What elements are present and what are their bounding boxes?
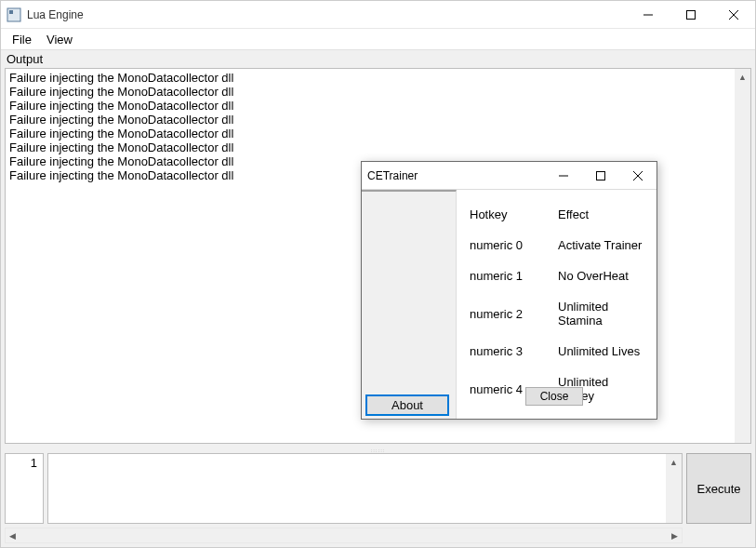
menu-file[interactable]: File [5,31,39,48]
close-trainer-button[interactable]: Close [525,387,583,406]
trainer-body: Hotkey Effect numeric 0 Activate Trainer… [362,190,657,419]
trainer-minimize-button[interactable] [545,162,582,189]
scroll-right-icon[interactable]: ▶ [671,531,678,541]
output-line: Failure injecting the MonoDatacollector … [9,71,747,85]
scroll-left-icon[interactable]: ◀ [9,531,16,541]
hotkey-cell: numeric 1 [470,261,558,291]
trainer-window-controls [545,162,657,189]
trainer-image-panel [362,190,457,419]
code-input-wrap: ▲ [47,453,683,524]
menubar: File View [1,29,755,49]
effect-cell: Activate Trainer [558,230,647,261]
effect-cell: Unlimited Lives [558,336,647,367]
trainer-list: Hotkey Effect numeric 0 Activate Trainer… [457,190,657,419]
header-effect: Effect [558,199,647,230]
trainer-header-row: Hotkey Effect [470,199,647,230]
hotkey-cell: numeric 2 [470,291,558,336]
code-scrollbar-horizontal[interactable]: ◀ ▶ [5,528,683,543]
output-line: Failure injecting the MonoDatacollector … [9,99,747,113]
output-line: Failure injecting the MonoDatacollector … [9,113,747,127]
window-title: Lua Engine [27,8,627,21]
maximize-button[interactable] [670,1,712,28]
trainer-row[interactable]: numeric 0 Activate Trainer [470,230,647,261]
header-hotkey: Hotkey [470,199,558,230]
hotkey-cell: numeric 3 [470,336,558,367]
output-line: Failure injecting the MonoDatacollector … [9,85,747,99]
trainer-titlebar: CETrainer [362,162,657,190]
trainer-footer: About Close [362,391,657,419]
trainer-title: CETrainer [367,169,545,182]
close-button[interactable] [712,1,755,28]
code-scrollbar-vertical[interactable]: ▲ [666,454,682,523]
code-input[interactable] [47,453,683,524]
titlebar: Lua Engine [1,1,755,29]
svg-rect-1 [9,10,13,14]
execute-button[interactable]: Execute [686,453,751,524]
svg-rect-9 [597,171,605,180]
trainer-maximize-button[interactable] [582,162,619,189]
output-line: Failure injecting the MonoDatacollector … [9,127,747,140]
trainer-row[interactable]: numeric 3 Unlimited Lives [470,336,647,367]
output-label: Output [1,49,755,68]
trainer-row[interactable]: numeric 1 No OverHeat [470,261,647,291]
trainer-main: Hotkey Effect numeric 0 Activate Trainer… [362,190,657,419]
cetrainer-window: CETrainer Hotkey Effect numeric 0 Activa… [361,161,657,420]
menu-view[interactable]: View [39,31,80,48]
about-button[interactable]: About [365,394,449,416]
svg-rect-3 [687,10,696,19]
bottom-row: 1 ▲ Execute [1,453,755,528]
effect-cell: No OverHeat [558,261,647,291]
effect-cell: Unlimited Stamina [558,291,647,336]
app-icon [7,7,21,22]
line-number-gutter: 1 [5,453,44,524]
hotkey-cell: numeric 0 [470,230,558,261]
minimize-button[interactable] [627,1,670,28]
trainer-table: Hotkey Effect numeric 0 Activate Trainer… [470,199,647,411]
output-line: Failure injecting the MonoDatacollector … [9,140,747,154]
scroll-up-icon[interactable]: ▲ [666,454,682,470]
output-scrollbar-vertical[interactable]: ▲ [735,69,750,443]
hscroll-row: ◀ ▶ [5,528,751,543]
trainer-row[interactable]: numeric 2 Unlimited Stamina [470,291,647,336]
window-controls [627,1,755,28]
trainer-close-button[interactable] [619,162,657,189]
scroll-up-icon[interactable]: ▲ [735,69,750,85]
